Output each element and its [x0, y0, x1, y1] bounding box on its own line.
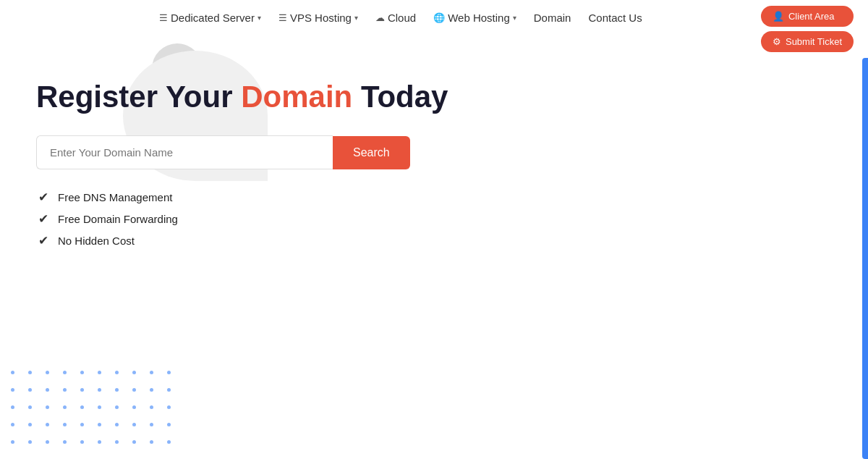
nav-item-contact-us[interactable]: Contact Us [588, 12, 642, 24]
vps-icon: ☰ [278, 12, 287, 23]
web-hosting-icon: 🌐 [433, 12, 445, 23]
nav-item-vps-hosting[interactable]: ☰ VPS Hosting ▾ [278, 12, 358, 24]
nav-label-web-hosting: Web Hosting [448, 12, 510, 24]
chevron-down-icon: ▾ [513, 14, 516, 22]
user-icon: 👤 [773, 11, 784, 22]
nav-action-buttons: 👤 Client Area ⚙ Submit Ticket [761, 6, 854, 52]
main-content: Register Your Domain Today Search ✔ Free… [0, 35, 868, 248]
domain-search-input[interactable] [36, 135, 333, 169]
feature-forwarding: ✔ Free Domain Forwarding [36, 211, 868, 226]
nav-item-domain[interactable]: Domain [534, 12, 571, 24]
nav-item-cloud[interactable]: ☁ Cloud [375, 12, 416, 24]
feature-cost-label: No Hidden Cost [58, 235, 135, 247]
hero-title: Register Your Domain Today [36, 79, 868, 115]
hero-title-end: Today [352, 80, 448, 114]
submit-ticket-button[interactable]: ⚙ Submit Ticket [761, 31, 854, 52]
nav-label-vps-hosting: VPS Hosting [290, 12, 352, 24]
dot-pattern-decoration [0, 363, 179, 459]
nav-item-dedicated-server[interactable]: ☰ Dedicated Server ▾ [159, 12, 261, 24]
feature-no-hidden-cost: ✔ No Hidden Cost [36, 233, 868, 248]
domain-search-bar: Search [36, 135, 868, 169]
feature-forwarding-label: Free Domain Forwarding [58, 213, 178, 225]
dedicated-server-icon: ☰ [159, 12, 168, 23]
nav-label-contact-us: Contact Us [588, 12, 642, 24]
check-icon: ✔ [36, 211, 51, 226]
search-button[interactable]: Search [333, 136, 410, 169]
ticket-icon: ⚙ [773, 36, 781, 47]
chevron-down-icon: ▾ [354, 14, 358, 22]
check-icon: ✔ [36, 233, 51, 248]
nav-label-cloud: Cloud [388, 12, 416, 24]
features-list: ✔ Free DNS Management ✔ Free Domain Forw… [36, 190, 868, 248]
nav-item-web-hosting[interactable]: 🌐 Web Hosting ▾ [433, 12, 516, 24]
chevron-down-icon: ▾ [258, 14, 261, 22]
hero-title-start: Register Your [36, 80, 241, 114]
client-area-button[interactable]: 👤 Client Area [761, 6, 854, 27]
check-icon: ✔ [36, 190, 51, 204]
feature-dns: ✔ Free DNS Management [36, 190, 868, 204]
nav-links: ☰ Dedicated Server ▾ ☰ VPS Hosting ▾ ☁ C… [159, 12, 642, 24]
feature-dns-label: Free DNS Management [58, 191, 172, 203]
cloud-icon: ☁ [375, 12, 385, 23]
nav-label-domain: Domain [534, 12, 571, 24]
navbar: ☰ Dedicated Server ▾ ☰ VPS Hosting ▾ ☁ C… [0, 0, 868, 35]
hero-title-highlight: Domain [241, 80, 352, 114]
nav-label-dedicated-server: Dedicated Server [171, 12, 255, 24]
